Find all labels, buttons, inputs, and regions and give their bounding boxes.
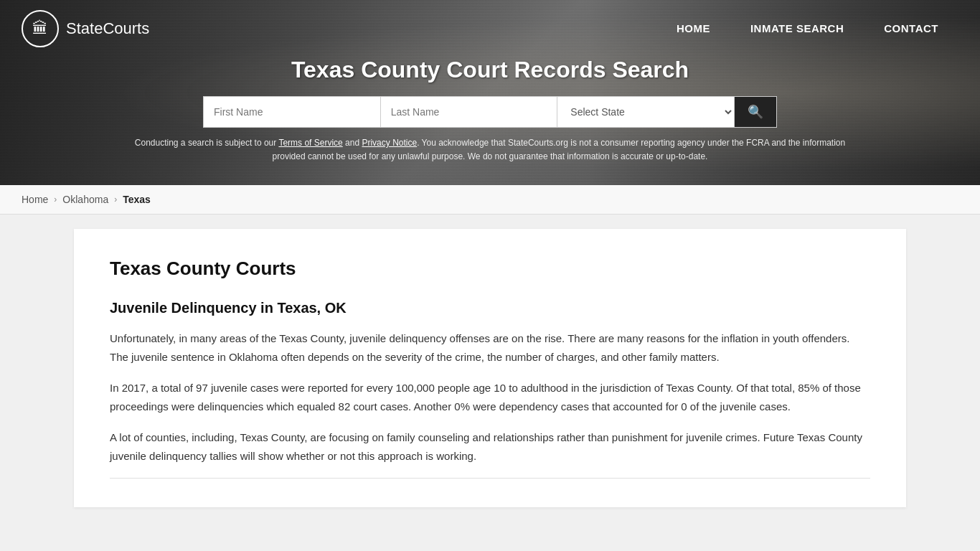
content-card: Texas County Courts Juvenile Delinquency… <box>74 229 906 507</box>
search-bar: Select State AlabamaAlaskaArizonaArkansa… <box>203 96 777 128</box>
section1-heading: Juvenile Delinquency in Texas, OK <box>110 300 870 316</box>
nav-links: HOME INMATE SEARCH CONTACT <box>656 22 958 34</box>
site-logo[interactable]: 🏛 StateCourts <box>22 10 149 47</box>
first-name-input[interactable] <box>204 97 381 127</box>
content-para-2: In 2017, a total of 97 juvenile cases we… <box>110 379 870 415</box>
content-para-1: Unfortunately, in many areas of the Texa… <box>110 329 870 366</box>
content-divider <box>110 478 870 479</box>
main-content: Texas County Courts Juvenile Delinquency… <box>0 215 980 522</box>
breadcrumb-state[interactable]: Oklahoma <box>62 194 108 205</box>
search-button[interactable]: 🔍 <box>735 97 776 127</box>
state-select[interactable]: Select State AlabamaAlaskaArizonaArkansa… <box>557 97 735 127</box>
disclaimer: Conducting a search is subject to our Te… <box>113 136 867 178</box>
page-title: Texas County Courts <box>110 258 870 280</box>
privacy-link[interactable]: Privacy Notice <box>362 138 417 148</box>
nav-inmate-search[interactable]: INMATE SEARCH <box>730 22 864 34</box>
content-para-3: A lot of counties, including, Texas Coun… <box>110 428 870 465</box>
main-nav: 🏛 StateCourts HOME INMATE SEARCH CONTACT <box>0 0 980 57</box>
breadcrumb-home[interactable]: Home <box>22 194 48 205</box>
nav-contact[interactable]: CONTACT <box>864 22 958 34</box>
hero-content: Texas County Court Records Search Select… <box>0 57 980 185</box>
breadcrumb-sep-2: › <box>114 194 117 204</box>
logo-text: StateCourts <box>66 19 149 38</box>
hero-title: Texas County Court Records Search <box>14 57 966 83</box>
nav-home[interactable]: HOME <box>656 22 730 34</box>
breadcrumb: Home › Oklahoma › Texas <box>0 185 980 215</box>
breadcrumb-sep-1: › <box>54 194 57 204</box>
logo-icon: 🏛 <box>22 10 59 47</box>
search-icon: 🔍 <box>748 104 763 120</box>
last-name-input[interactable] <box>381 97 558 127</box>
breadcrumb-current: Texas <box>123 194 151 205</box>
terms-link[interactable]: Terms of Service <box>278 138 342 148</box>
hero-section: 🏛 StateCourts HOME INMATE SEARCH CONTACT… <box>0 0 980 185</box>
